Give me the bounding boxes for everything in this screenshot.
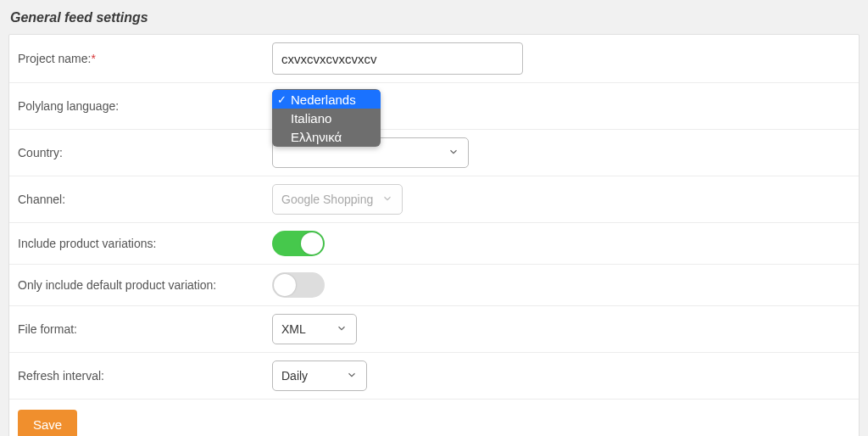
toggle-knob bbox=[274, 274, 296, 296]
label-channel: Channel: bbox=[18, 193, 272, 206]
row-include-variations: Include product variations: bbox=[9, 223, 859, 265]
polylang-option-label: Italiano bbox=[291, 111, 331, 126]
file-format-select-value: XML bbox=[281, 322, 306, 336]
chevron-down-icon bbox=[336, 322, 348, 337]
label-country: Country: bbox=[18, 146, 272, 159]
save-button[interactable]: Save bbox=[18, 410, 77, 436]
polylang-dropdown: ✓ Nederlands Italiano Ελληνικά bbox=[272, 89, 381, 147]
row-only-default-variation: Only include default product variation: bbox=[9, 265, 859, 306]
channel-select: Google Shopping bbox=[272, 184, 403, 215]
label-include-variations: Include product variations: bbox=[18, 237, 272, 250]
polylang-option-italiano[interactable]: Italiano bbox=[272, 109, 381, 127]
label-polylang: Polylang language: bbox=[18, 99, 272, 113]
label-refresh-interval: Refresh interval: bbox=[18, 369, 272, 383]
polylang-option-label: Ελληνικά bbox=[291, 130, 342, 144]
settings-page: General feed settings Project name:* Pol… bbox=[0, 0, 868, 436]
label-project-name-text: Project name: bbox=[18, 52, 91, 65]
actions: Save bbox=[9, 400, 859, 436]
chevron-down-icon bbox=[381, 193, 393, 207]
row-project-name: Project name:* bbox=[9, 35, 859, 83]
row-country: Country: bbox=[9, 130, 859, 176]
label-project-name: Project name:* bbox=[18, 52, 272, 65]
toggle-knob bbox=[301, 232, 323, 254]
required-marker: * bbox=[91, 52, 95, 65]
file-format-select[interactable]: XML bbox=[272, 314, 357, 344]
refresh-interval-select-value: Daily bbox=[281, 369, 308, 383]
polylang-option-ellinika[interactable]: Ελληνικά bbox=[272, 127, 381, 146]
include-variations-toggle[interactable] bbox=[272, 231, 325, 256]
channel-select-value: Google Shopping bbox=[281, 193, 373, 206]
only-default-variation-toggle[interactable] bbox=[272, 272, 325, 298]
refresh-interval-select[interactable]: Daily bbox=[272, 361, 367, 391]
project-name-input[interactable] bbox=[272, 42, 523, 75]
polylang-option-nederlands[interactable]: ✓ Nederlands bbox=[272, 90, 381, 109]
check-icon: ✓ bbox=[277, 94, 287, 105]
section-title: General feed settings bbox=[8, 8, 860, 34]
row-refresh-interval: Refresh interval: Daily bbox=[9, 353, 859, 400]
chevron-down-icon bbox=[448, 146, 459, 160]
row-file-format: File format: XML bbox=[9, 306, 859, 353]
chevron-down-icon bbox=[346, 369, 358, 383]
label-only-default-variation: Only include default product variation: bbox=[18, 278, 272, 292]
row-polylang: Polylang language: ✓ Nederlands Italiano bbox=[9, 83, 859, 130]
settings-panel: Project name:* Polylang language: ✓ bbox=[8, 34, 860, 436]
label-file-format: File format: bbox=[18, 322, 272, 336]
row-channel: Channel: Google Shopping bbox=[9, 176, 859, 223]
polylang-option-label: Nederlands bbox=[291, 92, 356, 107]
